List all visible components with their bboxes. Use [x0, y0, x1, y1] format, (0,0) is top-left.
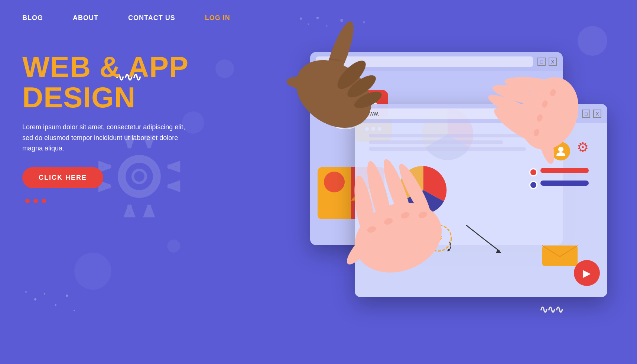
dots-decoration [25, 199, 208, 203]
close-btn-1[interactable]: X [549, 58, 557, 66]
hero-title: WEB & APP DESIGN [22, 52, 208, 113]
browser-body-2: ⚙ [355, 123, 607, 297]
gear-circle-arrow: ⚙ [422, 221, 455, 256]
navigation: BLOG ABOUT CONTACT US LOG IN [0, 0, 637, 36]
dot-3 [42, 199, 46, 203]
svg-point-12 [74, 310, 75, 311]
browser-window-2: www. □ X [355, 104, 607, 297]
gear-icon: ⚙ [577, 140, 589, 155]
play-button[interactable]: ▶ [574, 260, 600, 286]
hero-content: WEB & APP DESIGN Lorem ipsum dolor sit a… [22, 52, 208, 203]
content-line-3 [369, 147, 526, 151]
user-avatar [552, 142, 570, 160]
svg-point-22 [324, 172, 345, 192]
mail-icon [542, 240, 578, 267]
slider-red[interactable] [540, 168, 589, 173]
url-bar-2: www. [361, 108, 578, 119]
svg-point-10 [55, 304, 56, 306]
close-btn-2[interactable]: X [593, 110, 601, 118]
slider-blue[interactable] [540, 181, 589, 186]
thumb-left [318, 167, 351, 219]
url-bar-1: www. [316, 56, 533, 67]
deco-circle-2 [215, 59, 234, 78]
minimize-btn-2[interactable]: □ [582, 110, 590, 118]
cta-button[interactable]: CLICK HERE [22, 167, 103, 188]
nav-contact[interactable]: CONTACT US [128, 14, 175, 22]
content-line-2 [369, 140, 503, 144]
nav-blog[interactable]: BLOG [22, 14, 43, 22]
slider-area [529, 168, 589, 189]
pie-chart-2 [392, 160, 455, 221]
minimize-btn-1[interactable]: □ [537, 58, 546, 66]
nav-about[interactable]: ABOUT [73, 14, 98, 22]
dot-2 [33, 199, 38, 203]
svg-point-11 [66, 295, 68, 297]
browser-bar-2: www. □ X [355, 104, 607, 123]
curved-arrow [462, 221, 507, 260]
scatter-dots-2 [22, 288, 78, 327]
deco-circle-5 [167, 240, 180, 253]
svg-point-23 [558, 147, 563, 152]
dot-1 [25, 199, 30, 203]
browsers-container: www. □ X [295, 30, 630, 334]
svg-marker-26 [496, 249, 501, 253]
nav-login[interactable]: LOG IN [205, 14, 230, 22]
svg-point-8 [34, 298, 36, 300]
content-line-1 [369, 134, 548, 137]
user-icon [552, 142, 570, 162]
browser-controls-2: □ X [582, 110, 601, 118]
browser-bar-1: www. □ X [310, 52, 563, 71]
svg-point-9 [44, 293, 45, 295]
svg-point-7 [25, 291, 27, 293]
browser-controls-1: □ X [537, 58, 557, 66]
hero-description: Lorem ipsum dolor sit amet, consectetur … [22, 122, 189, 154]
svg-text:⚙: ⚙ [434, 232, 443, 243]
deco-circle-3 [74, 253, 111, 290]
